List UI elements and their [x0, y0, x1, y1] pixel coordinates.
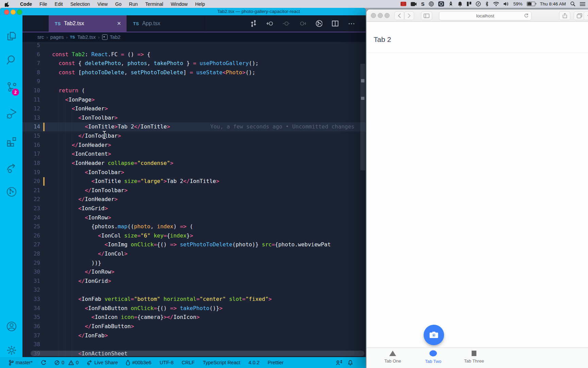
line-number[interactable]: 14 [22, 122, 40, 132]
previous-change-icon[interactable] [266, 20, 273, 27]
menu-terminal[interactable]: Terminal [142, 0, 167, 8]
line-number[interactable]: 20 [22, 177, 40, 186]
code-line[interactable]: 18 <IonHeader collapse="condense"> [22, 159, 366, 168]
line-number[interactable]: 9 [22, 77, 40, 86]
code-line[interactable]: 34 <IonFabButton onClick={() => takePhot… [22, 304, 366, 313]
code-line[interactable]: 15 </IonToolbar> [22, 132, 366, 141]
s-app-icon[interactable]: S [421, 1, 424, 7]
line-number[interactable]: 25 [22, 222, 40, 231]
encoding-item[interactable]: UTF-8 [156, 357, 178, 368]
code-line[interactable]: 30 </IonRow> [22, 267, 366, 277]
line-number[interactable]: 12 [22, 104, 40, 113]
code-line[interactable]: 31 </IonGrid> [22, 277, 366, 286]
wifi-icon[interactable] [493, 1, 499, 7]
gitlens-graph-icon[interactable] [315, 20, 322, 27]
code-line[interactable]: 11 <IonPage> [22, 95, 366, 105]
gitlens-icon[interactable] [6, 186, 17, 198]
line-number[interactable]: 5 [22, 42, 40, 50]
notifications-bell-icon[interactable] [348, 360, 353, 366]
menu-selection[interactable]: Selection [67, 0, 94, 8]
line-number[interactable]: 34 [22, 304, 40, 313]
menu-window[interactable]: Window [167, 0, 192, 8]
settings-gear-icon[interactable] [6, 344, 17, 356]
tiles-icon[interactable] [467, 1, 471, 7]
safari-toolbar[interactable]: localhost + [366, 10, 588, 22]
line-number[interactable]: 15 [22, 132, 40, 141]
line-number[interactable]: 35 [22, 313, 40, 322]
line-number[interactable]: 7 [22, 59, 40, 68]
code-line[interactable]: 29 ))} [22, 259, 366, 268]
breadcrumb-symbol[interactable]: Tab2 [110, 34, 120, 40]
run-debug-icon[interactable] [6, 108, 17, 119]
line-number[interactable]: 33 [22, 295, 40, 304]
line-number[interactable]: 37 [22, 331, 40, 340]
menu-list-icon[interactable] [580, 1, 585, 7]
volume-icon[interactable] [504, 1, 509, 7]
line-number[interactable]: 8 [22, 68, 40, 77]
extensions-icon[interactable] [6, 136, 17, 148]
line-number[interactable]: 21 [22, 186, 40, 195]
live-share-icon[interactable] [6, 162, 17, 174]
menu-file[interactable]: File [36, 0, 51, 8]
git-branch-item[interactable]: master* [5, 357, 37, 368]
tab-three-button[interactable]: Tab Three [455, 351, 493, 364]
split-editor-icon[interactable] [332, 20, 339, 27]
code-editor[interactable]: 56const Tab2: React.FC = () => {7 const … [22, 42, 366, 357]
back-button[interactable] [394, 11, 404, 20]
video-icon[interactable] [401, 1, 406, 7]
code-line[interactable]: 7 const { deletePhoto, photos, takePhoto… [22, 59, 366, 68]
feedback-icon[interactable] [336, 360, 342, 366]
menu-go[interactable]: Go [111, 0, 125, 8]
close-tab-icon[interactable]: ✕ [111, 20, 121, 27]
live-share-button[interactable]: Live Share [83, 357, 122, 368]
code-line[interactable]: 27 <IonImg onClick={() => setPhotoToDele… [22, 240, 366, 249]
code-line[interactable]: 33 <IonFab vertical="bottom" horizontal=… [22, 295, 366, 304]
code-line[interactable]: 21 </IonToolbar> [22, 186, 366, 195]
tab-one-button[interactable]: Tab One [374, 351, 411, 364]
line-number[interactable]: 28 [22, 249, 40, 259]
explorer-icon[interactable] [6, 30, 17, 42]
line-number[interactable]: 30 [22, 267, 40, 277]
menu-app-name[interactable]: Code [16, 0, 36, 8]
close-window-button[interactable] [4, 10, 9, 15]
code-line[interactable]: 6const Tab2: React.FC = () => { [22, 50, 366, 59]
screen-record-icon[interactable] [438, 1, 444, 7]
spotlight-search-icon[interactable] [570, 1, 575, 7]
color-decorator-item[interactable]: #00b3e6 [122, 357, 155, 368]
line-number[interactable]: 22 [22, 195, 40, 204]
code-line[interactable]: 20 <IonTitle size="large">Tab 2</IonTitl… [22, 177, 366, 186]
tab-two-button[interactable]: Tab Two [414, 351, 452, 364]
line-number[interactable]: 16 [22, 141, 40, 150]
line-number[interactable]: 24 [22, 213, 40, 223]
code-line[interactable]: 22 </IonHeader> [22, 195, 366, 204]
code-line[interactable]: 23 <IonGrid> [22, 204, 366, 213]
line-number[interactable]: 18 [22, 159, 40, 168]
bell-icon[interactable] [458, 1, 462, 7]
camera-icon[interactable] [411, 1, 416, 7]
change-marker-icon[interactable] [283, 20, 290, 27]
breadcrumb-src[interactable]: src [37, 34, 44, 40]
take-photo-fab-button[interactable] [424, 325, 444, 345]
zoom-window-button[interactable] [17, 10, 22, 15]
code-line[interactable]: 32 [22, 286, 366, 295]
sync-button[interactable] [37, 357, 50, 368]
breadcrumb-pages[interactable]: pages [50, 34, 64, 40]
line-number[interactable]: 27 [22, 240, 40, 249]
zoom-window-button[interactable] [385, 13, 390, 18]
code-line[interactable]: 26 <IonCol size="6" key={index}> [22, 231, 366, 241]
minimize-window-button[interactable] [11, 10, 16, 15]
compass-icon[interactable] [476, 1, 481, 7]
menu-clock[interactable]: Thu 8:46 AM [540, 1, 566, 6]
tab-tab2-tsx[interactable]: TS Tab2.tsx ✕ [49, 15, 127, 32]
code-line[interactable]: 38 [22, 340, 366, 349]
open-changes-icon[interactable] [250, 20, 257, 27]
code-line[interactable]: 13 <IonToolbar> [22, 113, 366, 123]
code-line[interactable]: 28 </IonCol> [22, 249, 366, 259]
account-icon[interactable] [6, 321, 17, 332]
code-line[interactable]: 14 <IonTitle>Tab 2</IonTitle>You, a few … [22, 122, 366, 132]
record-icon[interactable] [429, 1, 434, 7]
eol-item[interactable]: CRLF [178, 357, 199, 368]
new-tab-button[interactable]: + [584, 11, 588, 20]
code-line[interactable]: 35 <IonIcon icon={camera}></IonIcon> [22, 313, 366, 322]
next-change-icon[interactable] [299, 20, 306, 27]
